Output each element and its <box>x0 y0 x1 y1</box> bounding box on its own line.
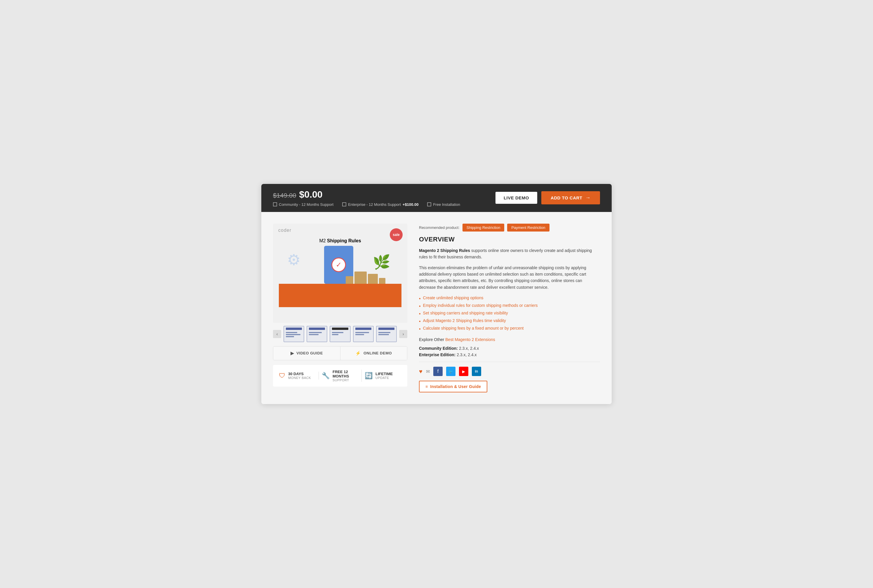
intro-bold: Magento 2 Shipping Rules <box>419 248 470 253</box>
support-icon: 🔧 <box>322 372 330 380</box>
option-enterprise[interactable]: Enterprise - 12 Months Support +$100.00 <box>342 202 418 207</box>
feature-item-2: •Employ individual rules for custom ship… <box>419 302 600 310</box>
thumbnails-row: ‹ <box>273 326 407 342</box>
arrow-icon: → <box>585 195 591 201</box>
thumbnail-1[interactable] <box>284 326 304 342</box>
option-enterprise-price: +$100.00 <box>403 202 419 207</box>
feature-support-text: FREE 12 MONTHS SUPPORT <box>333 370 358 382</box>
enterprise-edition-row: Enterprise Edition: 2.3.x, 2.4.x <box>419 352 600 357</box>
online-demo-label: ONLINE DEMO <box>363 351 392 355</box>
option-checkbox-community[interactable] <box>273 202 277 206</box>
feature-item-4: •Adjust Magento 2 Shipping Rules time va… <box>419 317 600 325</box>
recommended-label: Recommended product: <box>419 225 460 230</box>
linkedin-icon[interactable]: in <box>472 367 481 376</box>
checkmark-icon: ✓ <box>332 258 346 272</box>
thumb-prev-button[interactable]: ‹ <box>273 330 281 338</box>
product-title: M2 Shipping Rules <box>319 238 361 243</box>
shipping-restriction-tag[interactable]: Shipping Restriction <box>462 224 504 231</box>
right-column: Recommended product: Shipping Restrictio… <box>419 224 600 392</box>
support-title: FREE 12 MONTHS <box>333 370 358 378</box>
support-sub: SUPPORT <box>333 378 358 382</box>
thumbnail-4[interactable] <box>353 326 374 342</box>
feature-money-back: 🛡 30 DAYS MONEY BACK <box>276 372 319 380</box>
update-icon: 🔄 <box>364 372 372 380</box>
feature-item-3: •Set shipping carriers and shipping rate… <box>419 310 600 317</box>
explore-link[interactable]: Best Magento 2 Extensions <box>445 337 495 342</box>
product-illustration: coder M2 Shipping Rules ⚙ <box>273 224 407 323</box>
social-row: ♥ ✉ f 🐦 ▶ in <box>419 367 600 376</box>
product-visual: ⚙ 🌿 ✓ <box>279 249 402 307</box>
product-layout: coder M2 Shipping Rules ⚙ <box>273 224 600 392</box>
explore-row: Explore Other Best Magento 2 Extensions <box>419 337 600 342</box>
left-column: coder M2 Shipping Rules ⚙ <box>273 224 407 387</box>
price-section: $149.00 $0.00 Community - 12 Months Supp… <box>273 189 460 207</box>
boxes-group <box>346 272 386 284</box>
mail-icon[interactable]: ✉ <box>426 369 430 374</box>
video-icon: ▶ <box>291 351 294 356</box>
video-guide-label: VIDEO GUIDE <box>296 351 323 355</box>
option-community[interactable]: Community - 12 Months Support <box>273 202 333 207</box>
main-content: coder M2 Shipping Rules ⚙ <box>261 212 612 404</box>
video-guide-button[interactable]: ▶ VIDEO GUIDE <box>273 346 340 360</box>
feature-money-back-text: 30 DAYS MONEY BACK <box>288 372 311 380</box>
money-back-sub: MONEY BACK <box>288 376 311 380</box>
option-checkbox-enterprise[interactable] <box>342 202 346 206</box>
gear-icon: ⚙ <box>287 251 304 268</box>
top-bar-actions: LIVE DEMO ADD TO CART → <box>495 191 600 204</box>
brand-logo: coder <box>278 228 291 233</box>
box-xsmall <box>379 278 386 284</box>
twitter-icon[interactable]: 🐦 <box>446 367 456 376</box>
feature-update: 🔄 LIFETIME UPDATE <box>362 372 404 380</box>
option-label-enterprise: Enterprise - 12 Months Support <box>348 202 401 207</box>
heart-icon[interactable]: ♥ <box>419 368 423 375</box>
intro-paragraph: Magento 2 Shipping Rules supports online… <box>419 247 600 260</box>
price-row: $149.00 $0.00 <box>273 189 322 200</box>
overview-title: OVERVIEW <box>419 236 600 243</box>
option-label-install: Free Installation <box>433 202 460 207</box>
body-paragraph: This extension eliminates the problem of… <box>419 264 600 291</box>
new-price: $0.00 <box>299 189 322 200</box>
option-free-install[interactable]: Free Installation <box>427 202 460 207</box>
feature-item-5: •Calculate shipping fees by a fixed amou… <box>419 325 600 333</box>
demo-icon: ⚡ <box>356 351 361 356</box>
online-demo-button[interactable]: ⚡ ONLINE DEMO <box>340 346 407 360</box>
bullet-3: • <box>419 311 421 316</box>
feature-item-1: •Create unlimited shipping options <box>419 295 600 302</box>
shield-icon: 🛡 <box>279 372 285 380</box>
sale-badge: sale <box>390 228 403 241</box>
box-medium <box>368 274 378 284</box>
option-checkbox-install[interactable] <box>427 202 431 206</box>
page-container: $149.00 $0.00 Community - 12 Months Supp… <box>261 184 612 404</box>
thumbnail-5[interactable] <box>376 326 397 342</box>
option-label-community: Community - 12 Months Support <box>279 202 333 207</box>
update-title: LIFETIME <box>375 372 393 376</box>
install-guide-button[interactable]: ≡ Installation & User Guide <box>419 381 487 392</box>
leaf-icon: 🌿 <box>373 254 390 270</box>
top-bar: $149.00 $0.00 Community - 12 Months Supp… <box>261 184 612 212</box>
bullet-5: • <box>419 326 421 332</box>
thumbnail-2[interactable] <box>307 326 327 342</box>
thumb-next-button[interactable]: › <box>399 330 407 338</box>
action-buttons-row: ▶ VIDEO GUIDE ⚡ ONLINE DEMO <box>273 346 407 360</box>
feature-update-text: LIFETIME UPDATE <box>375 372 393 380</box>
box-small <box>346 276 353 284</box>
thumbnail-3[interactable] <box>330 326 350 342</box>
facebook-icon[interactable]: f <box>433 367 442 376</box>
orange-floor <box>279 284 402 307</box>
install-guide-icon: ≡ <box>425 384 428 389</box>
community-edition-row: Community Edition: 2.3.x, 2.4.x <box>419 346 600 351</box>
box-large <box>354 272 367 284</box>
add-to-cart-button[interactable]: ADD TO CART → <box>542 191 600 204</box>
add-to-cart-label: ADD TO CART <box>550 195 582 200</box>
features-list: •Create unlimited shipping options •Empl… <box>419 295 600 333</box>
bullet-1: • <box>419 296 421 301</box>
money-back-title: 30 DAYS <box>288 372 311 376</box>
payment-restriction-tag[interactable]: Payment Restriction <box>507 224 549 231</box>
product-image: coder M2 Shipping Rules ⚙ <box>273 224 407 323</box>
recommended-row: Recommended product: Shipping Restrictio… <box>419 224 600 231</box>
options-row: Community - 12 Months Support Enterprise… <box>273 202 460 207</box>
old-price: $149.00 <box>273 192 296 200</box>
install-guide-label: Installation & User Guide <box>430 384 481 389</box>
youtube-icon[interactable]: ▶ <box>459 367 468 376</box>
live-demo-button[interactable]: LIVE DEMO <box>495 192 537 204</box>
